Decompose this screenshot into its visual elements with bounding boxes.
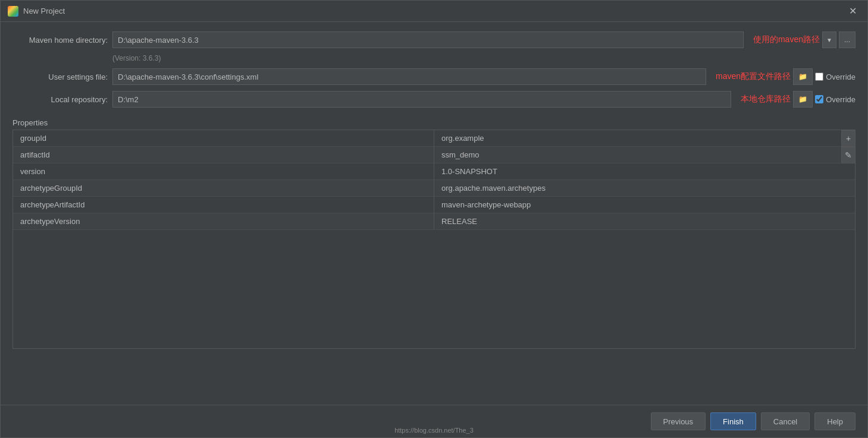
local-repo-input[interactable]	[112, 91, 731, 108]
local-repo-annotation: 本地仓库路径	[741, 94, 791, 105]
property-value: org.apache.maven.archetypes	[434, 180, 856, 197]
user-settings-browse-btn[interactable]: 📁	[793, 68, 813, 85]
user-settings-input[interactable]	[112, 68, 706, 85]
property-value: org.example	[434, 130, 856, 147]
watermark: https://blog.csdn.net/The_3	[1, 427, 867, 434]
properties-table-container: groupId org.example artifactId ssm_demo …	[12, 130, 856, 349]
local-repo-label: Local repository:	[12, 95, 108, 104]
table-row[interactable]: archetypeArtifactId maven-archetype-weba…	[13, 197, 855, 213]
maven-home-annotation: 使用的maven路径	[753, 34, 820, 45]
local-repo-input-group: 本地仓库路径 📁 Override	[112, 91, 856, 108]
properties-empty-area	[13, 229, 855, 348]
table-row[interactable]: artifactId ssm_demo	[13, 147, 855, 163]
user-settings-override-group: Override	[815, 73, 856, 81]
user-settings-annotation: maven配置文件路径	[716, 71, 791, 82]
new-project-dialog: New Project ✕ Maven home directory: 使用的m…	[0, 0, 868, 438]
table-row[interactable]: archetypeVersion RELEASE	[13, 213, 855, 230]
user-settings-override-checkbox[interactable]	[815, 73, 823, 81]
maven-version-text: (Version: 3.6.3)	[112, 54, 856, 62]
edit-property-button[interactable]: ✎	[841, 147, 856, 163]
maven-home-input-group: 使用的maven路径 ▼ ...	[112, 31, 856, 48]
property-key: artifactId	[13, 147, 434, 163]
local-repo-override-group: Override	[815, 95, 856, 104]
table-row[interactable]: version 1.0-SNAPSHOT	[13, 163, 855, 180]
user-settings-override-label: Override	[826, 73, 856, 81]
title-bar: New Project ✕	[1, 1, 867, 22]
property-value: maven-archetype-webapp	[434, 197, 856, 213]
local-repo-browse-btn[interactable]: 📁	[793, 91, 813, 108]
properties-section: Properties groupId org.example artifactI…	[12, 118, 856, 395]
local-repo-override-checkbox[interactable]	[815, 95, 823, 103]
local-repo-override-label: Override	[826, 95, 856, 104]
table-actions: + ✎	[841, 130, 856, 163]
dialog-content: Maven home directory: 使用的maven路径 ▼ ... (…	[1, 22, 867, 405]
close-button[interactable]: ✕	[845, 5, 860, 17]
user-settings-label: User settings file:	[12, 73, 108, 81]
user-settings-row: User settings file: maven配置文件路径 📁 Overri…	[12, 68, 856, 85]
user-settings-input-group: maven配置文件路径 📁 Override	[112, 68, 856, 85]
maven-home-row: Maven home directory: 使用的maven路径 ▼ ...	[12, 31, 856, 48]
property-key: archetypeVersion	[13, 213, 434, 230]
maven-home-dropdown-btn[interactable]: ▼	[822, 31, 836, 48]
properties-table: groupId org.example artifactId ssm_demo …	[13, 130, 855, 229]
property-key: version	[13, 163, 434, 180]
property-value: RELEASE	[434, 213, 856, 230]
title-bar-left: New Project	[8, 6, 65, 17]
property-key: archetypeArtifactId	[13, 197, 434, 213]
property-key: groupId	[13, 130, 434, 147]
dialog-title: New Project	[23, 7, 65, 15]
property-key: archetypeGroupId	[13, 180, 434, 197]
app-icon	[8, 6, 18, 17]
maven-home-input[interactable]	[112, 31, 744, 48]
maven-home-label: Maven home directory:	[12, 36, 108, 45]
properties-label: Properties	[12, 118, 856, 127]
property-value: ssm_demo	[434, 147, 856, 163]
add-property-button[interactable]: +	[841, 130, 856, 147]
table-row[interactable]: archetypeGroupId org.apache.maven.archet…	[13, 180, 855, 197]
maven-home-browse-btn[interactable]: ...	[839, 31, 856, 48]
table-row[interactable]: groupId org.example	[13, 130, 855, 147]
property-value: 1.0-SNAPSHOT	[434, 163, 856, 180]
local-repo-row: Local repository: 本地仓库路径 📁 Override	[12, 91, 856, 108]
